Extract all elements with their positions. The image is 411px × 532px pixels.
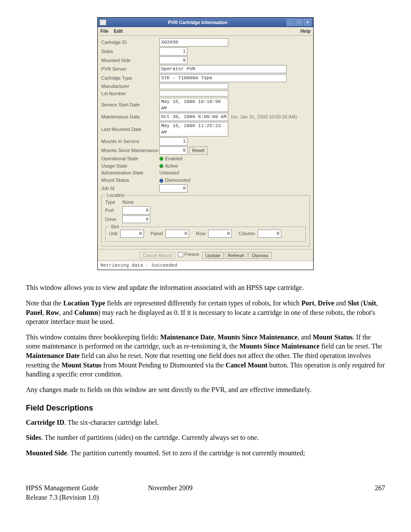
field-desc: Mounted Side. The partition currently mo…: [26, 448, 385, 458]
update-button[interactable]: Update: [202, 252, 223, 259]
sides-field[interactable]: 1: [159, 47, 187, 56]
location-group: Location TypeNone Port0 Drive0 Slot Unit…: [101, 195, 310, 246]
column-field[interactable]: 0: [258, 230, 281, 238]
menu-help[interactable]: Help: [300, 28, 311, 34]
label-column: Column: [239, 230, 255, 237]
slot-legend: Slot: [109, 224, 121, 230]
maximize-icon[interactable]: □: [295, 19, 303, 26]
label-operational-state: Operational State: [101, 156, 159, 162]
label-service-start: Service Start Date: [101, 102, 159, 108]
job-id-field[interactable]: 0: [159, 184, 187, 193]
label-cartridge-type: Cartridge Type: [101, 75, 159, 81]
menu-edit[interactable]: Edit: [114, 28, 123, 34]
paragraph: Any changes made to fields on this windo…: [26, 385, 385, 395]
label-row: Row: [196, 230, 206, 237]
panel-field[interactable]: 0: [165, 230, 189, 238]
section-heading: Field Descriptions: [26, 403, 385, 413]
reset-button[interactable]: Reset: [189, 146, 208, 155]
admin-state-value: Unlocked: [159, 170, 179, 176]
slot-group: Slot Unit 0 Panel 0 Row 0 Column 0: [105, 227, 306, 242]
maintenance-date-hint: (ex. Jan 31, 2009 10:59:30 AM): [231, 114, 297, 120]
label-location-type: Type: [105, 199, 122, 205]
cartridge-id-field[interactable]: X02030: [159, 38, 228, 47]
mounts-since-maint-field[interactable]: 0: [159, 146, 187, 155]
status-dot-icon: [159, 164, 163, 168]
port-field[interactable]: 0: [122, 206, 150, 215]
menubar: File Edit Help: [98, 27, 313, 36]
paragraph: This window contains three bookkeeping f…: [26, 333, 385, 379]
minimize-icon[interactable]: _: [286, 19, 294, 26]
action-bar: Cancel Mount Freeze Update Refresh Dismi…: [98, 249, 313, 260]
close-icon[interactable]: x: [304, 19, 311, 26]
status-dot-icon: [159, 157, 163, 161]
page-number: 267: [267, 483, 385, 502]
label-pvr-server: PVR Server: [101, 66, 159, 72]
label-mounts-since-maint: Mounts Since Maintenance: [101, 147, 159, 154]
mount-status-value: Dismounted: [159, 177, 190, 184]
paragraph: Note that the Location Type fields are r…: [26, 299, 385, 327]
label-port: Port: [105, 207, 122, 214]
lot-number-field[interactable]: [159, 90, 228, 96]
refresh-button[interactable]: Refresh: [225, 252, 248, 259]
drive-field[interactable]: 0: [122, 215, 150, 224]
operational-state-value: Enabled: [159, 156, 182, 162]
window-controls: _ □ x: [286, 19, 311, 26]
mounted-side-field[interactable]: 0: [159, 56, 187, 65]
last-mounted-field[interactable]: May 15, 2008 11:25:23 AM: [159, 122, 228, 137]
label-maintenance-date: Maintenance Date: [101, 114, 159, 120]
label-manufacturer: Manufacturer: [101, 83, 159, 90]
titlebar[interactable]: PVR Cartridge Information _ □ x: [98, 18, 313, 27]
form-panel: Cartridge IDX02030 Sides1 Mounted Side0 …: [98, 36, 313, 249]
label-usage-state: Usage State: [101, 163, 159, 169]
label-last-mounted: Last Mounted Date: [101, 126, 159, 133]
label-mount-status: Mount Status: [101, 177, 159, 184]
label-job-id: Job Id: [101, 185, 159, 192]
menu-file[interactable]: File: [100, 28, 109, 34]
dismiss-button[interactable]: Dismiss: [249, 252, 271, 259]
label-mounted-side: Mounted Side: [101, 57, 159, 64]
label-unit: Unit: [109, 230, 118, 237]
freeze-checkbox[interactable]: Freeze: [178, 251, 199, 258]
pvr-cartridge-window: PVR Cartridge Information _ □ x File Edi…: [97, 17, 314, 270]
field-desc: Sides. The number of partitions (sides) …: [26, 433, 385, 442]
label-panel: Panel: [151, 230, 163, 237]
window-title: PVR Cartridge Information: [109, 19, 286, 26]
cartridge-type-field[interactable]: STK - T10000A Tape: [159, 74, 286, 82]
field-desc: Cartridge ID. The six-character cartridg…: [26, 418, 385, 427]
paragraph: This window allows you to view and updat…: [26, 283, 385, 292]
status-bar: Retrieving data - Succeeded: [98, 261, 313, 270]
label-lot-number: Lot Number: [101, 90, 159, 97]
footer-title: HPSS Management Guide: [26, 483, 148, 493]
service-start-field[interactable]: May 15, 2008 10:10:56 AM: [159, 98, 228, 112]
footer-release: Release 7.3 (Revision 1.0): [26, 493, 148, 502]
pvr-server-field[interactable]: Operator PVR: [159, 65, 286, 73]
label-admin-state: Administrative State: [101, 170, 159, 176]
location-type-value: None: [122, 199, 134, 205]
row-field[interactable]: 0: [208, 230, 232, 238]
document-body: This window allows you to view and updat…: [26, 283, 385, 457]
maintenance-date-field[interactable]: Oct 30, 2008 8:00:00 AM: [159, 113, 228, 121]
page-footer: HPSS Management Guide Release 7.3 (Revis…: [26, 483, 385, 502]
cancel-mount-button[interactable]: Cancel Mount: [140, 252, 175, 259]
mounts-in-service-field[interactable]: 1: [159, 137, 187, 146]
usage-state-value: Active: [159, 163, 178, 169]
label-drive: Drive: [105, 216, 122, 223]
unit-field[interactable]: 0: [120, 230, 144, 238]
location-legend: Location: [105, 192, 127, 199]
manufacturer-field[interactable]: [159, 83, 228, 89]
status-dot-icon: [159, 179, 163, 183]
label-sides: Sides: [101, 48, 159, 55]
app-icon: [100, 19, 106, 25]
footer-date: November 2009: [148, 483, 267, 502]
checkbox-icon: [178, 252, 183, 257]
label-mounts-in-service: Mounts In Service: [101, 138, 159, 145]
label-cartridge-id: Cartridge ID: [101, 39, 159, 46]
